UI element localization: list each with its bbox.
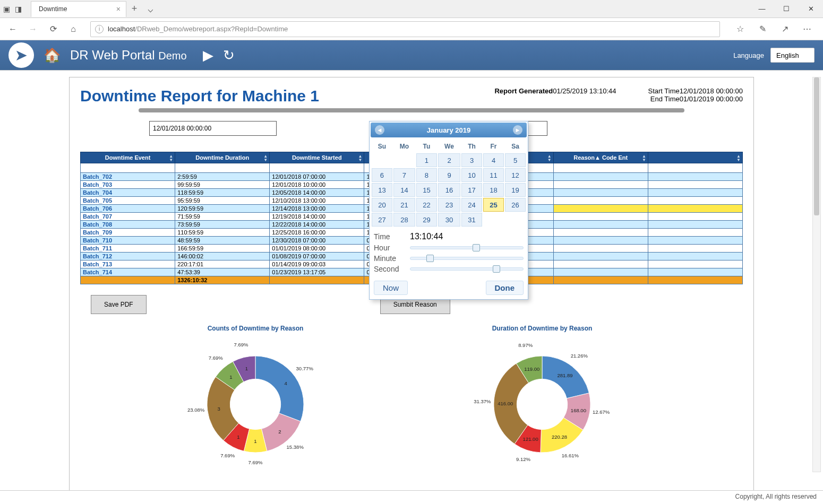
svg-text:416.00: 416.00 [498,401,513,406]
language-select[interactable]: English [770,48,815,63]
calendar-day[interactable]: 27 [372,213,392,227]
calendar-day[interactable]: 14 [393,183,415,197]
window-tabs-icon[interactable]: ▣ [2,5,11,13]
calendar-day[interactable]: 30 [438,213,460,227]
new-tab-button[interactable]: + [126,3,142,14]
column-header[interactable]: Downtime Event▲▼ [81,152,175,163]
scrollbar-track[interactable] [812,77,821,472]
calendar-day[interactable]: 29 [416,213,437,227]
calendar-day[interactable]: 7 [393,168,415,182]
calendar-day[interactable]: 21 [393,198,415,212]
nav-back[interactable]: ← [4,21,21,38]
calendar-day[interactable]: 15 [416,183,437,197]
calendar-day[interactable]: 11 [483,168,504,182]
browser-navbar: ← → ⟳ ⌂ i localhost/DRweb_Demo/webreport… [0,18,823,40]
column-filter[interactable] [83,164,173,172]
window-maximize[interactable]: ☐ [774,0,799,18]
second-slider[interactable] [410,267,524,271]
tab-title: Downtime [39,5,67,13]
calendar-day[interactable]: 16 [438,183,460,197]
chart-title: Counts of Downtime by Reason [144,325,367,332]
svg-text:1: 1 [237,434,239,440]
refresh-icon[interactable]: ↻ [223,47,235,64]
calendar-day[interactable]: 1 [416,153,437,167]
second-label: Second [374,265,406,273]
svg-text:16.61%: 16.61% [562,453,579,458]
window-minimize[interactable]: — [750,0,774,18]
nav-home[interactable]: ⌂ [65,21,82,38]
play-icon[interactable]: ▶ [203,47,213,64]
tab-actions-button[interactable]: ⌵ [142,3,158,15]
calendar-day[interactable]: 25 [483,198,504,212]
from-date-input[interactable] [149,121,277,136]
calendar-day[interactable]: 22 [416,198,437,212]
column-header[interactable]: ▲▼ [648,152,742,163]
calendar-day[interactable]: 9 [438,168,460,182]
calendar-day[interactable]: 13 [372,183,392,197]
notes-icon[interactable]: ✎ [754,21,771,38]
nav-forward: → [24,21,41,38]
column-filter[interactable] [177,164,267,172]
more-icon[interactable]: ⋯ [799,21,816,38]
start-label: Start Time [648,87,679,95]
svg-text:3: 3 [218,406,220,412]
time-value: 13:10:44 [410,232,443,241]
calendar-day[interactable]: 6 [372,168,392,182]
svg-text:1: 1 [229,374,232,380]
end-label: End Time [650,95,680,103]
svg-text:23.08%: 23.08% [187,407,205,413]
column-header[interactable]: Downtime Duration▲▼ [175,152,270,163]
datepicker-next[interactable]: ► [513,125,522,135]
window-split-icon[interactable]: ◨ [14,5,22,13]
calendar-day[interactable]: 23 [438,198,460,212]
calendar-day[interactable]: 3 [461,153,482,167]
minute-slider[interactable] [410,257,524,260]
svg-text:4: 4 [284,380,287,386]
calendar-day[interactable]: 2 [438,153,460,167]
column-header[interactable]: Downtime Started▲▼ [270,152,364,163]
column-filter[interactable] [556,164,646,172]
calendar-day[interactable]: 17 [461,183,482,197]
calendar-day[interactable]: 8 [416,168,437,182]
calendar-day[interactable]: 20 [372,198,392,212]
favorites-icon[interactable]: ☆ [732,21,749,38]
browser-tab[interactable]: Downtime × [31,1,126,17]
home-icon[interactable]: 🏠 [44,47,61,64]
datepicker-now[interactable]: Now [374,281,408,295]
scrollbar-thumb[interactable] [814,77,819,215]
svg-text:220.28: 220.28 [552,434,567,440]
chart-counts: Counts of Downtime by Reason 30.77%415.3… [144,325,367,473]
hour-slider[interactable] [410,246,524,249]
datepicker-prev[interactable]: ◄ [375,125,384,135]
column-header[interactable]: Reason▲ Code Ent▲▼ [553,152,648,163]
nav-refresh[interactable]: ⟳ [45,21,62,38]
calendar-day[interactable]: 31 [461,213,482,227]
column-filter[interactable] [272,164,362,172]
divider-bar [139,108,684,112]
column-filter[interactable] [650,164,740,172]
url-bar[interactable]: i localhost/DRweb_Demo/webreport.aspx?Re… [90,21,720,37]
window-close[interactable]: ✕ [799,0,823,18]
svg-text:30.77%: 30.77% [296,366,314,371]
share-icon[interactable]: ↗ [776,21,793,38]
calendar-day[interactable]: 24 [461,198,482,212]
generated-label: Report Generated [494,87,553,95]
app-logo[interactable]: ➤ [8,42,34,68]
dow-header: Sa [505,141,526,152]
calendar-day[interactable]: 4 [483,153,504,167]
save-pdf-button[interactable]: Save PDF [91,295,147,314]
calendar-day[interactable]: 10 [461,168,482,182]
svg-text:7.69%: 7.69% [220,453,235,458]
svg-text:7.69%: 7.69% [248,459,263,465]
site-info-icon[interactable]: i [95,25,104,33]
calendar-day[interactable]: 19 [505,183,526,197]
datepicker-done[interactable]: Done [486,281,524,295]
close-icon[interactable]: × [116,5,121,13]
calendar-day[interactable]: 12 [505,168,526,182]
calendar-day[interactable]: 5 [505,153,526,167]
svg-text:12.67%: 12.67% [593,409,610,415]
calendar-day[interactable]: 18 [483,183,504,197]
calendar-day[interactable]: 26 [505,198,526,212]
dow-header: Th [461,141,482,152]
calendar-day[interactable]: 28 [393,213,415,227]
